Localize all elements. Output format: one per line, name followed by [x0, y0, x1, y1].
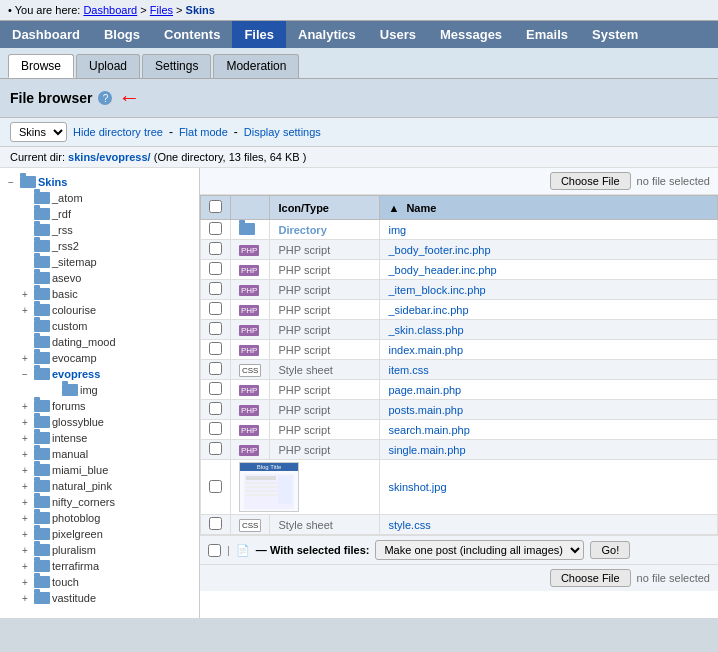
nav-item-users[interactable]: Users [368, 21, 428, 48]
tree-item-dating-mood[interactable]: dating_mood [18, 334, 195, 350]
file-checkbox-posts-main[interactable] [209, 402, 222, 415]
file-link-single-main[interactable]: single.main.php [388, 444, 465, 456]
file-link-style-css[interactable]: style.css [388, 519, 430, 531]
file-checkbox-body-header[interactable] [209, 262, 222, 275]
tree-label-miami[interactable]: miami_blue [52, 464, 108, 476]
tree-toggle-terrafirma[interactable]: + [18, 559, 32, 573]
tree-toggle-photoblog[interactable]: + [18, 511, 32, 525]
tree-toggle-glossyblue[interactable]: + [18, 415, 32, 429]
tree-toggle-miami[interactable]: + [18, 463, 32, 477]
nav-item-analytics[interactable]: Analytics [286, 21, 368, 48]
tree-label-dating[interactable]: dating_mood [52, 336, 116, 348]
tree-toggle-root[interactable]: − [4, 175, 18, 189]
choose-file-top-button[interactable]: Choose File [550, 172, 631, 190]
tree-item-rdf[interactable]: _rdf [18, 206, 195, 222]
file-checkbox-item-css[interactable] [209, 362, 222, 375]
nav-item-dashboard[interactable]: Dashboard [0, 21, 92, 48]
tree-root[interactable]: − Skins [4, 174, 195, 190]
nav-item-system[interactable]: System [580, 21, 650, 48]
tree-item-asevo[interactable]: asevo [18, 270, 195, 286]
tree-item-rss[interactable]: _rss [18, 222, 195, 238]
tree-item-pixelgreen[interactable]: + pixelgreen [18, 526, 195, 542]
tree-toggle-nifty[interactable]: + [18, 495, 32, 509]
tree-label-pluralism[interactable]: pluralism [52, 544, 96, 556]
file-link-posts-main[interactable]: posts.main.php [388, 404, 463, 416]
tree-toggle-forums[interactable]: + [18, 399, 32, 413]
go-button[interactable]: Go! [590, 541, 630, 559]
file-link-img[interactable]: img [388, 224, 406, 236]
nav-item-files[interactable]: Files [232, 21, 286, 48]
tree-toggle-touch[interactable]: + [18, 575, 32, 589]
tree-label-colourise[interactable]: colourise [52, 304, 96, 316]
file-checkbox-style-css[interactable] [209, 517, 222, 530]
file-checkbox-search-main[interactable] [209, 422, 222, 435]
file-link-page-main[interactable]: page.main.php [388, 384, 461, 396]
tree-label-img[interactable]: img [80, 384, 98, 396]
tree-label-nifty[interactable]: nifty_corners [52, 496, 115, 508]
nav-item-emails[interactable]: Emails [514, 21, 580, 48]
tree-label-naturalpink[interactable]: natural_pink [52, 480, 112, 492]
hide-tree-link[interactable]: Hide directory tree [73, 126, 163, 138]
tree-item-sitemap[interactable]: _sitemap [18, 254, 195, 270]
file-checkbox-page-main[interactable] [209, 382, 222, 395]
tree-label-evopress[interactable]: evopress [52, 368, 100, 380]
tree-item-evocamp[interactable]: + evocamp [18, 350, 195, 366]
tree-item-glossyblue[interactable]: + glossyblue [18, 414, 195, 430]
tree-label-atom[interactable]: _atom [52, 192, 83, 204]
tree-item-basic[interactable]: + basic [18, 286, 195, 302]
tree-item-manual[interactable]: + manual [18, 446, 195, 462]
flat-mode-link[interactable]: Flat mode [179, 126, 228, 138]
current-dir-path[interactable]: skins/evopress/ [68, 151, 151, 163]
breadcrumb-files[interactable]: Files [150, 4, 173, 16]
choose-file-bottom-button[interactable]: Choose File [550, 569, 631, 587]
tree-item-natural-pink[interactable]: + natural_pink [18, 478, 195, 494]
breadcrumb-dashboard[interactable]: Dashboard [83, 4, 137, 16]
tree-label-terrafirma[interactable]: terrafirma [52, 560, 99, 572]
file-link-skinshot[interactable]: skinshot.jpg [388, 481, 446, 493]
file-link-search-main[interactable]: search.main.php [388, 424, 469, 436]
tree-item-miami-blue[interactable]: + miami_blue [18, 462, 195, 478]
tree-label-forums[interactable]: forums [52, 400, 86, 412]
tree-label-vastitude[interactable]: vastitude [52, 592, 96, 604]
tree-toggle-vastitude[interactable]: + [18, 591, 32, 605]
tree-toggle-manual[interactable]: + [18, 447, 32, 461]
tree-label-basic[interactable]: basic [52, 288, 78, 300]
tab-settings[interactable]: Settings [142, 54, 211, 78]
tree-label-touch[interactable]: touch [52, 576, 79, 588]
file-link-item-css[interactable]: item.css [388, 364, 428, 376]
action-select[interactable]: Make one post (including all images) Del… [375, 540, 584, 560]
tree-item-atom[interactable]: _atom [18, 190, 195, 206]
file-link-item-block[interactable]: _item_block.inc.php [388, 284, 485, 296]
tree-label-root[interactable]: Skins [38, 176, 67, 188]
file-checkbox-skin-class[interactable] [209, 322, 222, 335]
nav-item-blogs[interactable]: Blogs [92, 21, 152, 48]
tree-label-glossyblue[interactable]: glossyblue [52, 416, 104, 428]
select-all-checkbox-top[interactable] [209, 200, 222, 213]
tab-moderation[interactable]: Moderation [213, 54, 299, 78]
nav-item-contents[interactable]: Contents [152, 21, 232, 48]
file-checkbox-dir-img[interactable] [209, 222, 222, 235]
tree-item-nifty-corners[interactable]: + nifty_corners [18, 494, 195, 510]
file-checkbox-sidebar[interactable] [209, 302, 222, 315]
tree-item-vastitude[interactable]: + vastitude [18, 590, 195, 606]
skin-select[interactable]: Skins [10, 122, 67, 142]
tree-label-custom[interactable]: custom [52, 320, 87, 332]
tree-item-rss2[interactable]: _rss2 [18, 238, 195, 254]
tab-browse[interactable]: Browse [8, 54, 74, 78]
display-settings-link[interactable]: Display settings [244, 126, 321, 138]
file-link-body-footer[interactable]: _body_footer.inc.php [388, 244, 490, 256]
file-checkbox-item-block[interactable] [209, 282, 222, 295]
help-icon[interactable]: ? [98, 91, 112, 105]
tree-label-sitemap[interactable]: _sitemap [52, 256, 97, 268]
tab-upload[interactable]: Upload [76, 54, 140, 78]
col-name[interactable]: ▲ Name [380, 196, 718, 220]
tree-label-rss[interactable]: _rss [52, 224, 73, 236]
tree-label-rdf[interactable]: _rdf [52, 208, 71, 220]
nav-item-messages[interactable]: Messages [428, 21, 514, 48]
tree-label-intense[interactable]: intense [52, 432, 87, 444]
tree-label-evocamp[interactable]: evocamp [52, 352, 97, 364]
tree-toggle-pluralism[interactable]: + [18, 543, 32, 557]
tree-label-asevo[interactable]: asevo [52, 272, 81, 284]
tree-item-evopress[interactable]: − evopress [18, 366, 195, 382]
tree-item-custom[interactable]: custom [18, 318, 195, 334]
